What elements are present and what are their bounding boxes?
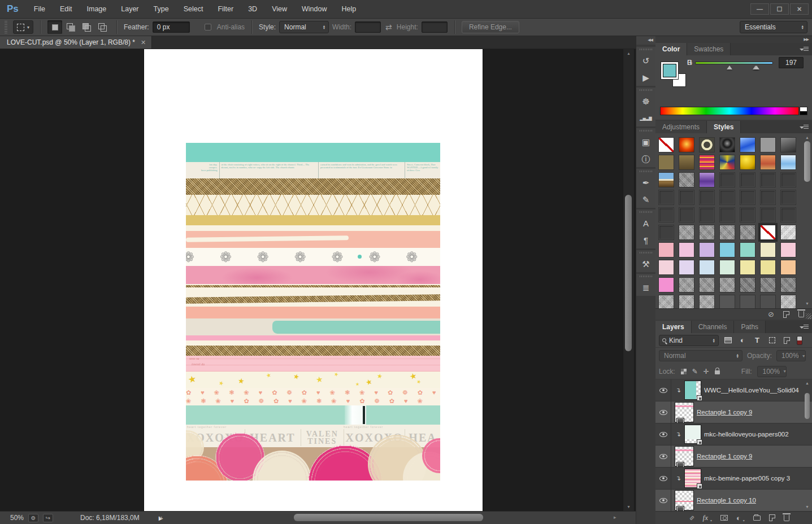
menubar-item[interactable]: 3D (241, 0, 264, 18)
style-swatch[interactable] (720, 295, 735, 309)
channel-value-input[interactable]: 197 (779, 57, 804, 68)
tab-adjustments[interactable]: Adjustments (655, 121, 707, 133)
visibility-toggle[interactable] (655, 401, 671, 423)
style-swatch[interactable] (700, 278, 714, 292)
actions-panel-icon[interactable]: ▶ (642, 73, 649, 82)
style-swatch[interactable] (700, 173, 714, 187)
new-layer-icon[interactable] (769, 514, 775, 521)
brush-presets-panel-icon[interactable]: ✒ (642, 178, 650, 187)
style-swatch[interactable] (740, 190, 755, 204)
delete-layer-icon[interactable] (784, 515, 789, 521)
maximize-button[interactable]: ☐ (770, 3, 789, 15)
style-swatch[interactable] (761, 208, 775, 222)
layer-row[interactable]: ↴ mkc-helloiloveyou-papers002 (655, 423, 812, 446)
visibility-toggle[interactable] (655, 446, 671, 467)
style-swatch[interactable] (720, 155, 735, 169)
scroll-left-icon[interactable]: ◂ (159, 514, 162, 520)
new-group-icon[interactable] (753, 516, 761, 521)
layer-name[interactable]: mkc-bemine-paper005 copy 3 (704, 475, 790, 482)
filter-kind-select[interactable]: Kind ▲▼ (659, 335, 719, 346)
3d-panel-icon[interactable]: ▣ (642, 138, 650, 146)
subtract-from-selection-button[interactable] (79, 20, 94, 34)
share-export-icon[interactable]: ↪ (43, 514, 53, 522)
style-swatch[interactable] (659, 225, 674, 239)
style-swatch[interactable] (700, 295, 714, 309)
layer-name[interactable]: mkc-helloiloveyou-papers002 (704, 431, 789, 438)
style-swatch[interactable] (740, 208, 755, 222)
history-panel-icon[interactable]: ↺ (642, 56, 650, 65)
style-swatch[interactable] (700, 155, 714, 169)
style-swatch[interactable] (781, 138, 796, 152)
horizontal-scroll-thumb[interactable] (294, 514, 483, 521)
style-swatch[interactable] (679, 173, 694, 187)
canvas-area[interactable]: ion day. escapes. been publishingof the … (0, 49, 636, 511)
style-swatch[interactable] (679, 155, 694, 169)
navigator-panel-icon[interactable]: ☸ (642, 97, 649, 106)
style-swatch[interactable] (740, 225, 755, 239)
style-swatch[interactable] (720, 278, 735, 292)
layer-thumbnail[interactable] (675, 490, 694, 510)
style-swatch[interactable] (679, 278, 694, 292)
close-button[interactable]: ✕ (790, 3, 809, 15)
tab-color[interactable]: Color (655, 43, 687, 55)
layer-name[interactable]: WWC__HelloILoveYou__Solid04 (704, 387, 799, 394)
panel-menu-icon[interactable] (800, 124, 809, 130)
style-swatch[interactable] (679, 225, 694, 239)
workspace-select[interactable]: Essentials ▲▼ (740, 21, 807, 33)
character-panel-icon[interactable]: A (643, 219, 649, 228)
style-swatch[interactable] (720, 208, 735, 222)
height-input[interactable] (422, 21, 448, 33)
style-swatch[interactable] (700, 138, 714, 152)
style-swatch[interactable] (761, 243, 775, 257)
style-swatch[interactable] (781, 243, 796, 257)
style-swatch[interactable] (720, 190, 735, 204)
new-style-icon[interactable] (783, 311, 789, 318)
style-swatch[interactable] (740, 295, 755, 309)
style-swatch[interactable] (679, 208, 694, 222)
style-swatch[interactable] (720, 243, 735, 257)
layer-thumbnail[interactable] (675, 446, 694, 466)
brush-panel-icon[interactable]: ✎ (642, 195, 650, 204)
tab-swatches[interactable]: Swatches (687, 43, 731, 55)
lock-position-icon[interactable]: ✛ (704, 368, 709, 375)
style-swatch[interactable] (679, 260, 694, 274)
refine-edge-button[interactable]: Refine Edge... (462, 21, 519, 33)
canvas-vertical-scrollbar[interactable]: ▴ ▾ (623, 49, 634, 511)
style-swatch[interactable] (761, 190, 775, 204)
style-swatch[interactable] (659, 190, 674, 204)
filter-smart-objects-icon[interactable] (781, 335, 792, 346)
new-adjustment-layer-icon[interactable]: ◐ (736, 514, 741, 522)
style-swatch[interactable] (781, 225, 796, 239)
layers-scrollbar[interactable] (804, 379, 811, 512)
layer-name[interactable]: Rectangle 1 copy 9 (697, 409, 752, 416)
menubar-item[interactable]: Edit (53, 0, 80, 18)
expand-panels-button[interactable]: ◀◀ (636, 36, 655, 45)
filter-shape-layers-icon[interactable] (766, 335, 778, 346)
scroll-down-icon[interactable]: ▾ (623, 504, 634, 509)
style-swatch[interactable] (659, 173, 674, 187)
style-swatch[interactable] (781, 278, 796, 292)
visibility-toggle[interactable] (655, 468, 671, 489)
layer-comps-panel-icon[interactable]: ≣ (642, 283, 650, 292)
style-swatch[interactable] (740, 260, 755, 274)
collapse-dock-button[interactable]: ▶▶ (655, 36, 812, 43)
layer-row[interactable]: ↴ WWC__HelloILoveYou__Solid04 (655, 379, 812, 401)
style-swatch[interactable] (659, 138, 674, 152)
style-select[interactable]: Normal ▲▼ (279, 21, 329, 33)
resize-grip-icon[interactable] (806, 313, 811, 319)
visibility-toggle[interactable] (655, 490, 671, 511)
info-panel-icon[interactable]: ⓘ (642, 155, 650, 163)
lock-all-icon[interactable] (715, 370, 720, 374)
scroll-down-icon[interactable]: ▼ (804, 505, 810, 509)
style-swatch[interactable] (781, 190, 796, 204)
style-swatch[interactable] (761, 278, 775, 292)
layer-name[interactable]: Rectangle 1 copy 10 (697, 497, 756, 504)
link-layers-icon[interactable]: ∞ (687, 513, 696, 522)
style-swatch[interactable] (761, 155, 775, 169)
menubar-item[interactable]: Image (80, 0, 114, 18)
filter-pixel-layers-icon[interactable] (722, 335, 733, 346)
menubar-item[interactable]: File (27, 0, 53, 18)
style-swatch[interactable] (740, 278, 755, 292)
document-tab[interactable]: LOVE-CUT.psd @ 50% (Layer 1, RGB/8) * ✕ (0, 36, 152, 49)
style-swatch[interactable] (761, 138, 775, 152)
